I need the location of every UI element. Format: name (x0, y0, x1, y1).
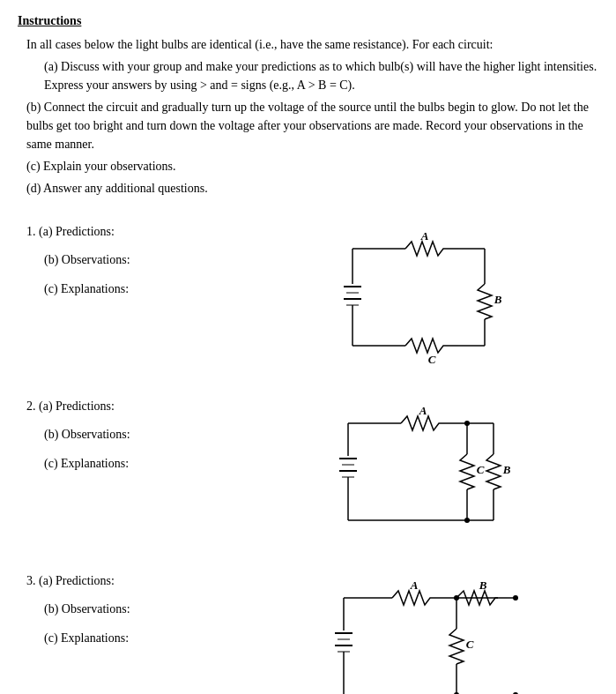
label-C-3: C (465, 638, 473, 651)
open-end-top-3 (513, 595, 518, 601)
problem-2-explanations: (c) Explanations: (44, 454, 247, 474)
instructions-item-b: (b) Connect the circuit and gradually tu… (26, 98, 598, 153)
problem-3-number-predictions: 3. (a) Predictions: (26, 571, 247, 591)
problem-3-explanations: (c) Explanations: (44, 629, 247, 648)
problem-1-observations: (b) Observations: (44, 250, 247, 270)
circuit-1-svg: A B C (335, 231, 511, 372)
problem-1-observations-label: (b) Observations: (44, 253, 130, 266)
instructions-title: Instructions (18, 14, 598, 28)
problem-1-number: 1. (26, 225, 36, 238)
label-C-1: C (427, 353, 435, 366)
label-A-2: A (418, 406, 427, 417)
problem-1: 1. (a) Predictions: (b) Observations: (c… (18, 222, 598, 372)
label-B-1: B (493, 293, 501, 306)
problem-2-number-predictions: 2. (a) Predictions: (26, 397, 247, 416)
circuit-3-svg: A B C (326, 580, 520, 694)
problem-3: 3. (a) Predictions: (b) Observations: (c… (18, 571, 598, 694)
instructions-intro: In all cases below the light bulbs are i… (26, 35, 598, 54)
problem-2-observations: (b) Observations: (44, 425, 247, 444)
problem-2-explanations-label: (c) Explanations: (44, 457, 129, 470)
label-C-2: C (476, 463, 484, 476)
problem-2-left: 2. (a) Predictions: (b) Observations: (c… (18, 397, 247, 482)
label-B-3: B (478, 580, 486, 592)
problem-2: 2. (a) Predictions: (b) Observations: (c… (18, 397, 598, 547)
problem-3-predictions-label: (a) Predictions: (39, 574, 115, 587)
junction-bottom-2 (464, 518, 470, 523)
label-A-1: A (419, 231, 428, 243)
problem-3-number: 3. (26, 574, 36, 587)
problem-2-observations-label: (b) Observations: (44, 428, 130, 441)
circuit-2-area: A B C (247, 397, 598, 547)
problem-1-number-predictions: 1. (a) Predictions: (26, 222, 247, 242)
instructions-item-d: (d) Answer any additional questions. (26, 179, 598, 198)
instructions-item-a: (a) Discuss with your group and make you… (44, 57, 598, 94)
instructions-section: Instructions In all cases below the ligh… (18, 14, 598, 198)
label-A-3: A (409, 580, 418, 592)
problem-1-explanations: (c) Explanations: (44, 280, 247, 299)
problem-1-left: 1. (a) Predictions: (b) Observations: (c… (18, 222, 247, 308)
problem-3-explanations-label: (c) Explanations: (44, 631, 129, 645)
label-B-2: B (501, 463, 510, 476)
problem-1-predictions-label: (a) Predictions: (39, 225, 115, 238)
circuit-3-area: A B C (247, 571, 598, 694)
circuit-1-area: A B C (247, 222, 598, 372)
problem-3-left: 3. (a) Predictions: (b) Observations: (c… (18, 571, 247, 657)
problem-2-number: 2. (26, 399, 36, 413)
problem-1-explanations-label: (c) Explanations: (44, 282, 129, 295)
problem-2-predictions-label: (a) Predictions: (39, 399, 115, 413)
problem-3-observations: (b) Observations: (44, 600, 247, 619)
instructions-item-c: (c) Explain your observations. (26, 157, 598, 175)
circuit-2-svg: A B C (330, 406, 516, 547)
problem-3-observations-label: (b) Observations: (44, 602, 130, 616)
